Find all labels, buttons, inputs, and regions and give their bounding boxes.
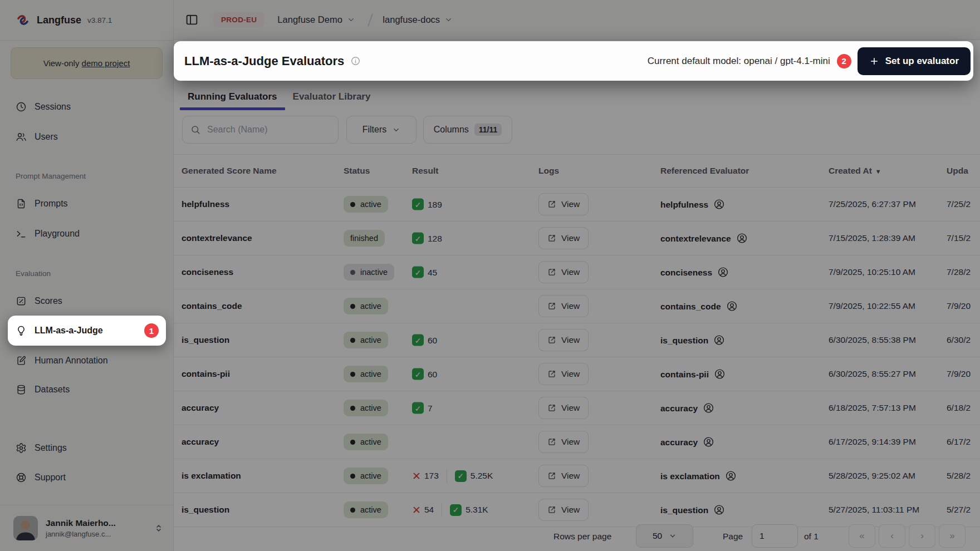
default-model-note: Current default model: openai / gpt-4.1-… <box>648 56 830 67</box>
setup-evaluator-button[interactable]: Set up evaluator <box>857 47 971 75</box>
page-title: LLM-as-a-Judge Evaluators <box>184 54 344 68</box>
dim-overlay <box>0 0 980 551</box>
lightbulb-icon <box>16 325 27 336</box>
sidebar-item-label: LLM-as-a-Judge <box>35 326 103 336</box>
step-1-badge: 1 <box>144 323 159 338</box>
page-header: LLM-as-a-Judge Evaluators Current defaul… <box>174 41 973 81</box>
sidebar-item-llm-as-a-judge[interactable]: LLM-as-a-Judge 1 <box>8 316 166 346</box>
plus-icon <box>869 56 879 66</box>
info-icon[interactable] <box>350 56 361 66</box>
step-2-badge: 2 <box>837 54 851 68</box>
app-root: Langfuse v3.87.1 View-only demo project … <box>0 0 980 551</box>
